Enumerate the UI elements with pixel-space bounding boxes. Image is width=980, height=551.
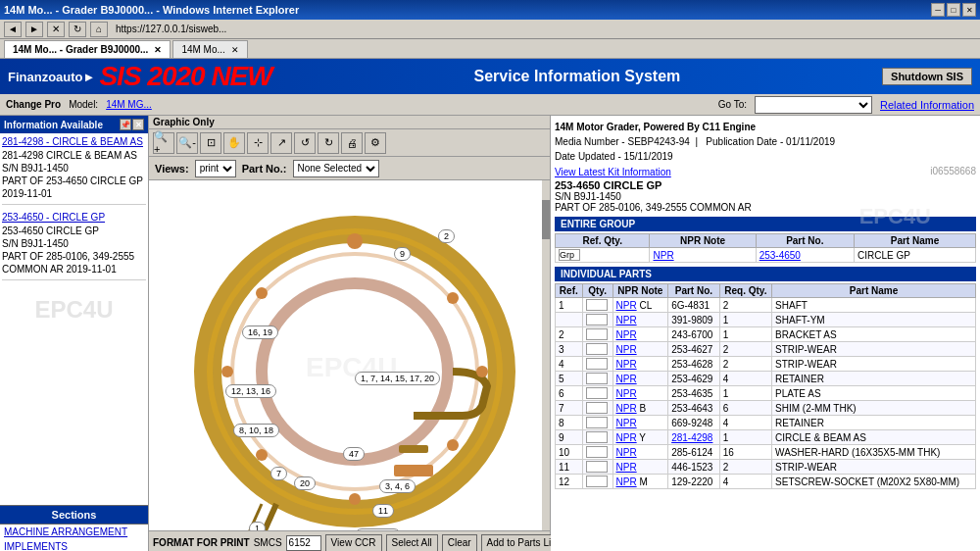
npr-link[interactable]: NPR	[616, 418, 637, 428]
svg-point-18	[349, 493, 361, 505]
npr-link[interactable]: NPR	[616, 374, 637, 384]
smcs-input[interactable]	[286, 535, 321, 551]
callout-1b: 1	[249, 522, 266, 530]
npr-link[interactable]: NPR	[616, 462, 637, 473]
sn-line1: S/N B9J1-1450	[555, 191, 976, 202]
section-implements[interactable]: IMPLEMENTS	[0, 539, 148, 551]
tab-2[interactable]: 14M Mo... ✕	[172, 40, 247, 58]
diagram-scrollbar[interactable]	[542, 180, 550, 530]
select-all-button[interactable]: Select All	[386, 534, 438, 552]
view-ccr-button[interactable]: View CCR	[325, 534, 382, 552]
sections-list: MACHINE ARRANGEMENT IMPLEMENTS	[0, 525, 148, 551]
section-machine-arrangement[interactable]: MACHINE ARRANGEMENT	[0, 525, 148, 539]
npr-link[interactable]: NPR	[616, 403, 637, 414]
svg-point-21	[256, 287, 268, 299]
part-qty	[582, 460, 612, 475]
npr-link[interactable]: NPR	[616, 447, 637, 458]
npr-link[interactable]: NPR	[616, 388, 637, 399]
individual-parts-table: Ref. Qty. NPR Note Part No. Req. Qty. Pa…	[555, 283, 976, 489]
pin-button[interactable]: 📌	[120, 119, 131, 130]
arrow-button[interactable]: ↗	[270, 132, 292, 154]
qty-input[interactable]	[586, 358, 608, 370]
grp-npr-link[interactable]: NPR	[653, 250, 673, 261]
part-name: BRACKET AS	[772, 327, 976, 342]
rotate-right-button[interactable]: ↻	[318, 132, 339, 154]
tab-2-close[interactable]: ✕	[231, 45, 239, 55]
npr-link[interactable]: NPR	[616, 329, 637, 340]
select-button[interactable]: ⊹	[247, 132, 269, 154]
partno-select[interactable]: None Selected	[293, 160, 379, 177]
npr-link[interactable]: NPR	[616, 476, 637, 487]
qty-input[interactable]	[586, 431, 608, 443]
part-name: RETAINER	[772, 416, 976, 430]
part-no: 243-6700	[668, 327, 720, 342]
views-row: Views: print Part No.: None Selected	[149, 157, 550, 180]
machine-info: 14M Motor Grader, Powered By C11 Engine …	[555, 120, 976, 164]
shutdown-sis-button[interactable]: Shutdown SIS	[882, 68, 972, 85]
print-diagram-button[interactable]: 🖨	[341, 132, 363, 154]
part-no: 391-9809	[668, 313, 720, 327]
clear-button[interactable]: Clear	[442, 534, 477, 552]
qty-input[interactable]	[586, 417, 608, 428]
svg-point-20	[221, 366, 233, 377]
tab-1[interactable]: 14M Mo... - Grader B9J0000... ✕	[4, 40, 171, 58]
pan-button[interactable]: ✋	[223, 132, 245, 154]
qty-input[interactable]	[586, 387, 608, 399]
refresh-button[interactable]: ↻	[69, 22, 86, 37]
rotate-left-button[interactable]: ↺	[294, 132, 316, 154]
part-npr: NPR	[612, 445, 668, 460]
qty-input[interactable]	[586, 373, 608, 384]
tab-1-close[interactable]: ✕	[154, 45, 162, 55]
callout-9: 9	[394, 247, 411, 261]
related-info-link[interactable]: Related Information	[880, 99, 974, 111]
svg-point-14	[347, 233, 363, 249]
close-window-button[interactable]: ✕	[962, 3, 976, 17]
qty-input[interactable]	[586, 343, 608, 355]
qty-input[interactable]	[586, 476, 608, 487]
qty-input[interactable]	[586, 328, 608, 340]
part-link-2[interactable]: 253-4650 - CIRCLE GP	[2, 211, 146, 225]
zoom-in-button[interactable]: 🔍+	[153, 132, 174, 154]
part-name: RETAINER	[772, 372, 976, 386]
back-button[interactable]: ◄	[4, 22, 22, 37]
home-button[interactable]: ⌂	[90, 22, 108, 37]
brand-logo: Finanzoauto►	[8, 70, 95, 84]
qty-input[interactable]	[586, 402, 608, 414]
part-link-1[interactable]: 281-4298 - CIRCLE & BEAM AS	[2, 135, 146, 149]
npr-link[interactable]: NPR	[616, 344, 637, 355]
goto-select[interactable]	[755, 96, 872, 114]
views-select[interactable]: print	[195, 160, 236, 177]
stop-button[interactable]: ✕	[47, 22, 65, 37]
npr-link[interactable]: NPR	[616, 432, 637, 443]
npr-link[interactable]: NPR	[616, 300, 637, 311]
fit-button[interactable]: ⊡	[200, 132, 221, 154]
part-npr: NPR	[612, 460, 668, 475]
machine-name: 14M Motor Grader, Powered By C11 Engine	[555, 122, 756, 132]
forward-button[interactable]: ►	[25, 22, 43, 37]
close-panel-button[interactable]: ✕	[132, 119, 144, 130]
col-ref-qty: Ref. Qty.	[556, 234, 650, 248]
qty-input[interactable]	[586, 461, 608, 473]
model-value: 14M MG...	[106, 99, 152, 110]
zoom-out-button[interactable]: 🔍-	[176, 132, 198, 154]
settings-button[interactable]: ⚙	[365, 132, 386, 154]
qty-input[interactable]	[586, 314, 608, 326]
diagram-area[interactable]: EPC4U 2 9 16, 19 1, 7, 14, 15, 17, 20 12…	[149, 180, 550, 530]
table-row: 3 NPR 253-4627 2 STRIP-WEAR	[556, 342, 976, 357]
npr-link[interactable]: NPR	[616, 359, 637, 370]
qty-input[interactable]	[586, 446, 608, 458]
view-kit-link[interactable]: View Latest Kit Information	[555, 167, 671, 177]
table-row: 8 NPR 669-9248 4 RETAINER	[556, 416, 976, 430]
image-number: i06558668	[930, 166, 976, 176]
maximize-button[interactable]: □	[947, 3, 960, 17]
minimize-button[interactable]: ─	[931, 3, 945, 17]
partno-label: Part No.:	[242, 163, 287, 175]
qty-input[interactable]	[586, 299, 608, 311]
grp-ref-input[interactable]	[559, 249, 580, 261]
part-qty	[582, 298, 612, 313]
scrollbar-thumb[interactable]	[542, 200, 550, 239]
col-npr-note: NPR Note	[650, 234, 756, 248]
part-no: 129-2220	[668, 475, 720, 489]
npr-link[interactable]: NPR	[616, 315, 637, 326]
sections-header[interactable]: Sections	[0, 505, 148, 525]
